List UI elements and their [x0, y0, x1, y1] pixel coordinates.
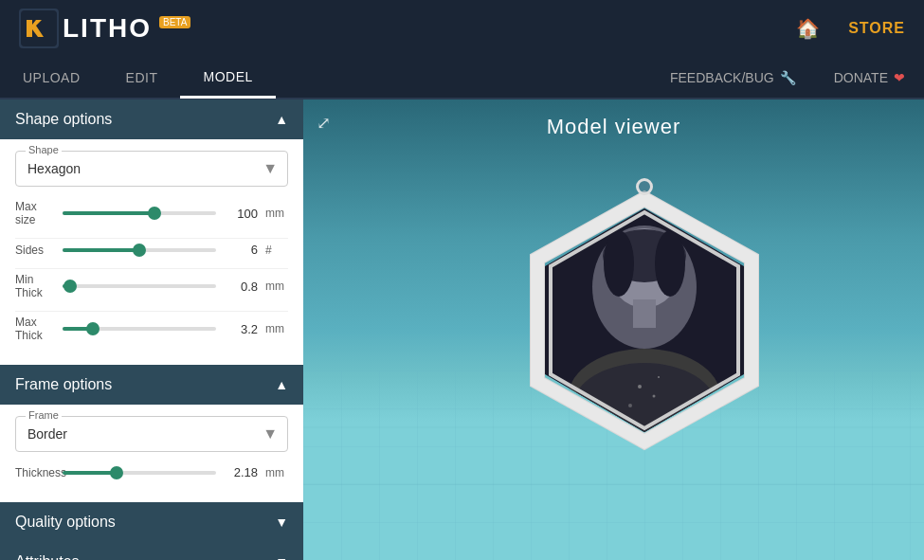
sides-track[interactable]	[63, 248, 216, 252]
model-viewer: ⤢ Model viewer	[303, 99, 924, 560]
nav-tabs: UPLOAD EDIT MODEL FEEDBACK/BUG 🔧 DONATE …	[0, 57, 924, 99]
pendant-container	[507, 178, 782, 481]
thickness-track[interactable]	[63, 471, 216, 475]
thickness-value: 2.18	[224, 465, 258, 479]
shape-options-chevron: ▲	[275, 112, 288, 127]
attributes-chevron: ▼	[275, 554, 288, 560]
donate-link[interactable]: DONATE ❤	[815, 70, 924, 85]
max-size-track[interactable]	[63, 211, 216, 215]
wrench-icon: 🔧	[780, 70, 796, 85]
tab-edit[interactable]: EDIT	[103, 59, 181, 97]
svg-rect-13	[633, 299, 656, 328]
frame-options-chevron: ▲	[275, 377, 288, 392]
shape-options-title: Shape options	[15, 111, 112, 128]
svg-point-16	[653, 395, 656, 398]
min-thick-label: Min Thick	[15, 273, 55, 299]
quality-options-header[interactable]: Quality options ▼	[0, 502, 303, 542]
store-link[interactable]: STORE	[848, 20, 905, 37]
min-thick-row: Min Thick 0.8 mm	[15, 271, 288, 301]
left-panel: Shape options ▲ Shape Hexagon Circle Squ…	[0, 99, 303, 560]
shape-select-wrapper: Shape Hexagon Circle Square Rectangle Tr…	[15, 151, 288, 187]
logo: LITHO BETA	[19, 9, 190, 48]
min-thick-value: 0.8	[224, 280, 258, 294]
quality-options-title: Quality options	[15, 514, 116, 531]
shape-select-label: Shape	[26, 144, 62, 155]
svg-point-18	[658, 376, 660, 378]
hexagon-pendant	[507, 188, 782, 481]
sides-value: 6	[224, 243, 258, 257]
frame-options-content: Frame Border None Simple ▼ Thickness 2.1…	[0, 405, 303, 502]
feedback-link[interactable]: FEEDBACK/BUG 🔧	[651, 70, 815, 85]
min-thick-track[interactable]	[63, 284, 216, 288]
shape-options-header[interactable]: Shape options ▲	[0, 99, 303, 139]
svg-point-17	[628, 404, 632, 407]
quality-options-chevron: ▼	[275, 515, 288, 530]
logo-icon	[19, 9, 59, 48]
logo-text: LITHO	[63, 13, 152, 44]
main-layout: Shape options ▲ Shape Hexagon Circle Squ…	[0, 99, 924, 560]
model-viewer-title: Model viewer	[547, 115, 681, 139]
max-size-unit: mm	[265, 207, 288, 220]
frame-select[interactable]: Border None Simple	[16, 417, 287, 451]
max-thick-label: Max Thick	[15, 316, 55, 342]
max-size-value: 100	[224, 207, 258, 221]
frame-select-label: Frame	[26, 409, 62, 421]
frame-select-wrapper: Frame Border None Simple ▼	[15, 416, 288, 452]
heart-icon: ❤	[894, 70, 905, 85]
beta-badge: BETA	[159, 16, 190, 28]
svg-point-10	[604, 230, 634, 297]
max-size-row: Max size 100 mm	[15, 198, 288, 228]
tab-model[interactable]: MODEL	[180, 58, 275, 99]
tab-upload[interactable]: UPLOAD	[0, 59, 103, 97]
expand-icon[interactable]: ⤢	[317, 113, 331, 134]
bail-hole	[636, 178, 653, 195]
feedback-label: FEEDBACK/BUG	[670, 70, 774, 85]
max-thick-value: 3.2	[224, 322, 258, 336]
header-right: 🏠 STORE	[796, 17, 905, 40]
shape-select[interactable]: Hexagon Circle Square Rectangle Triangle	[16, 152, 287, 186]
header: LITHO BETA 🏠 STORE	[0, 0, 924, 57]
home-button[interactable]: 🏠	[796, 17, 820, 40]
max-size-label: Max size	[15, 200, 55, 226]
sides-row: Sides 6 #	[15, 241, 288, 259]
min-thick-unit: mm	[265, 280, 288, 293]
thickness-label: Thickness	[15, 466, 55, 479]
thickness-unit: mm	[265, 466, 288, 479]
sides-unit: #	[265, 244, 288, 257]
frame-options-title: Frame options	[15, 376, 112, 393]
max-thick-unit: mm	[265, 322, 288, 335]
attributes-title: Attributes	[15, 553, 80, 560]
svg-point-15	[638, 385, 642, 388]
svg-rect-0	[21, 10, 57, 46]
sides-label: Sides	[15, 244, 55, 257]
shape-options-content: Shape Hexagon Circle Square Rectangle Tr…	[0, 139, 303, 365]
attributes-header[interactable]: Attributes ▼	[0, 542, 303, 560]
svg-point-11	[655, 230, 685, 297]
max-thick-row: Max Thick 3.2 mm	[15, 314, 288, 344]
max-thick-track[interactable]	[63, 327, 216, 331]
donate-label: DONATE	[834, 70, 888, 85]
frame-options-header[interactable]: Frame options ▲	[0, 365, 303, 405]
thickness-row: Thickness 2.18 mm	[15, 463, 288, 481]
